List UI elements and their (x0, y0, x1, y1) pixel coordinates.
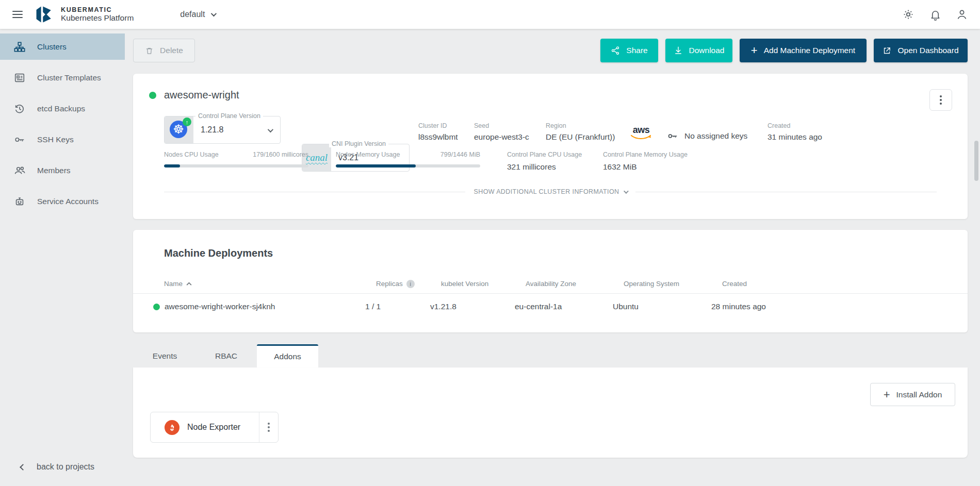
region-label: Region (546, 122, 615, 129)
menu-icon[interactable] (10, 7, 25, 22)
addon-name: Node Exporter (187, 423, 240, 432)
row-status-dot (153, 304, 160, 310)
project-selector-value: default (180, 10, 205, 19)
sidebar-nav: Clusters Cluster Templates etcd Backups (0, 29, 125, 214)
key-icon (13, 133, 26, 146)
control-plane-version-label: Control Plane Version (195, 112, 263, 120)
sidebar-item-service-accounts[interactable]: Service Accounts (0, 188, 125, 214)
plus-icon: + (751, 45, 758, 56)
tab-addons[interactable]: Addons (257, 344, 318, 367)
cni-plugin-version-label: CNI Plugin Version (329, 140, 388, 147)
sidebar-item-etcd-backups[interactable]: etcd Backups (0, 95, 125, 122)
machine-deployment-created: 28 minutes ago (711, 302, 968, 311)
main-content: Delete Share Download + Add Machine Depl… (133, 29, 968, 486)
column-header-availability-zone: Availability Zone (526, 280, 624, 288)
project-selector[interactable]: default (180, 10, 215, 19)
kubermatic-logo (34, 4, 55, 25)
add-machine-deployment-button[interactable]: + Add Machine Deployment (740, 39, 867, 62)
external-link-icon (883, 46, 891, 55)
trash-icon (145, 46, 154, 55)
cp-cpu-usage-label: Control Plane CPU Usage (507, 151, 582, 158)
control-plane-version-select[interactable]: Control Plane Version 1.21.8 (164, 116, 281, 144)
nodes-cpu-usage-value: 179/1600 millicores (253, 151, 308, 158)
cp-memory-usage-value: 1632 MiB (603, 162, 688, 172)
share-icon (611, 46, 620, 55)
cluster-id-label: Cluster ID (418, 122, 458, 129)
sidebar-item-ssh-keys[interactable]: SSH Keys (0, 126, 125, 153)
addon-actions-kebab-button[interactable] (259, 412, 278, 442)
machine-deployment-replicas: 1 / 1 (365, 302, 430, 311)
upgrade-available-icon (183, 118, 191, 126)
tab-events[interactable]: Events (134, 344, 195, 367)
sidebar-item-label: etcd Backups (37, 104, 85, 113)
open-dashboard-label: Open Dashboard (897, 46, 958, 55)
seed-label: Seed (474, 122, 529, 129)
sidebar-item-clusters[interactable]: Clusters (0, 33, 125, 60)
show-additional-cluster-information-toggle[interactable]: SHOW ADDITIONAL CLUSTER INFORMATION (164, 188, 937, 195)
scrollbar-thumb[interactable] (974, 141, 978, 181)
chevron-left-icon (20, 464, 26, 471)
back-to-projects-label: back to projects (37, 462, 94, 472)
seed-value: europe-west3-c (474, 132, 529, 142)
brand-block: KUBERMATIC Kubernetes Platform (61, 6, 134, 23)
tab-rbac[interactable]: RBAC (195, 344, 257, 367)
delete-button[interactable]: Delete (133, 39, 195, 62)
nodes-memory-usage-value: 799/1446 MiB (440, 151, 480, 158)
control-plane-cpu-usage: Control Plane CPU Usage 321 millicores (507, 151, 582, 172)
machine-deployment-operating-system: Ubuntu (613, 302, 711, 311)
sidebar-item-cluster-templates[interactable]: Cluster Templates (0, 64, 125, 91)
progress-bar (336, 164, 480, 167)
machine-deployments-table-header: Name Replicas kubelet Version Availabili… (133, 274, 968, 294)
cp-memory-usage-label: Control Plane Memory Usage (603, 151, 688, 158)
control-plane-memory-usage: Control Plane Memory Usage 1632 MiB (603, 151, 688, 172)
sidebar-item-members[interactable]: Members (0, 157, 125, 183)
cluster-toolbar: Delete Share Download + Add Machine Depl… (133, 39, 968, 62)
download-button[interactable]: Download (665, 39, 732, 62)
machine-deployments-title: Machine Deployments (164, 247, 273, 259)
info-icon[interactable] (406, 280, 415, 288)
cluster-id-field: Cluster ID l8ss9wlbmt (418, 122, 458, 142)
chevron-down-icon (624, 189, 629, 194)
user-account-icon[interactable] (955, 8, 969, 21)
machine-deployment-kubelet-version: v1.21.8 (430, 302, 515, 311)
plus-icon: + (884, 389, 890, 400)
cluster-actions-kebab-button[interactable] (929, 89, 952, 111)
created-value: 31 minutes ago (767, 132, 822, 142)
download-button-label: Download (689, 46, 725, 55)
nodes-cpu-usage-label: Nodes CPU Usage (164, 151, 219, 158)
sidebar-item-label: Members (37, 166, 71, 175)
back-to-projects-link[interactable]: back to projects (21, 462, 94, 472)
machine-deployments-card: Machine Deployments Name Replicas kubele… (133, 230, 968, 332)
addon-card-node-exporter: Node Exporter (150, 412, 279, 443)
nodes-cpu-usage-meter: Nodes CPU Usage 179/1600 millicores (164, 151, 308, 167)
add-machine-deployment-label: Add Machine Deployment (764, 46, 856, 55)
column-header-created: Created (722, 280, 968, 288)
cluster-detail-tabs: Events RBAC Addons (134, 344, 318, 367)
column-header-name[interactable]: Name (164, 280, 376, 288)
notifications-bell-icon[interactable] (928, 8, 942, 21)
sidebar-item-label: SSH Keys (37, 135, 74, 144)
cluster-status-dot (149, 92, 156, 99)
control-plane-version-value: 1.21.8 (201, 125, 223, 135)
brand-product: Kubernetes Platform (61, 13, 134, 23)
key-icon (667, 130, 678, 142)
column-header-operating-system: Operating System (624, 280, 722, 288)
cluster-name: awesome-wright (164, 89, 239, 101)
aws-provider-logo: aws (630, 125, 652, 140)
settings-icon[interactable] (902, 8, 915, 21)
chevron-down-icon (268, 125, 272, 135)
brand-name: KUBERMATIC (61, 6, 134, 13)
show-more-label: SHOW ADDITIONAL CLUSTER INFORMATION (473, 188, 619, 195)
sort-asc-icon (186, 282, 192, 286)
addons-panel: + Install Addon Node Exporter (133, 367, 968, 458)
top-header: KUBERMATIC Kubernetes Platform default (0, 0, 980, 29)
share-button[interactable]: Share (600, 39, 658, 62)
install-addon-button[interactable]: + Install Addon (870, 383, 955, 406)
machine-deployment-row[interactable]: awesome-wright-worker-sj4knh 1 / 1 v1.21… (133, 294, 968, 320)
progress-bar (164, 164, 308, 167)
nodes-memory-usage-label: Nodes Memory Usage (336, 151, 400, 158)
clusters-sitemap-icon (13, 41, 26, 53)
cluster-card: awesome-wright Control Plane Version 1.2… (133, 74, 968, 219)
open-dashboard-button[interactable]: Open Dashboard (874, 39, 968, 62)
kubernetes-icon (165, 116, 193, 143)
